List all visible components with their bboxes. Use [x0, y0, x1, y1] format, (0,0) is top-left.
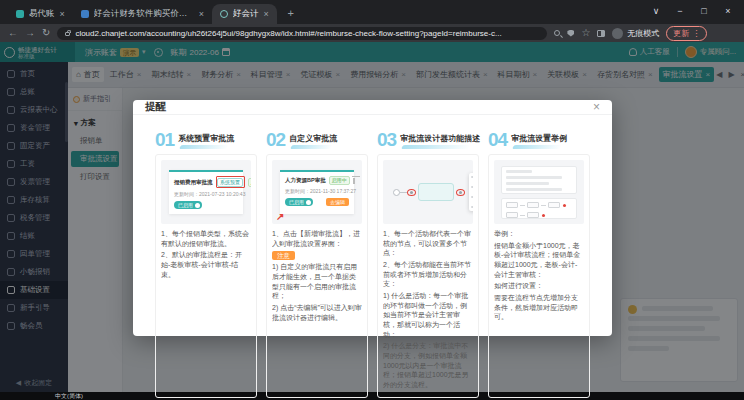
- incognito-label: 无痕模式: [627, 28, 659, 39]
- step-number: 01: [155, 130, 174, 149]
- update-label: 更新: [673, 28, 689, 39]
- modal-step-3: 03 审批流设计器功能描述: [377, 125, 479, 398]
- address-bar: ← → ↻ cloud2.chanjet.com/accounting/uh26…: [0, 24, 744, 42]
- browser-tab-label: 易代账: [29, 8, 55, 20]
- step-number: 04: [488, 130, 507, 149]
- minimize-icon[interactable]: −: [668, 6, 692, 16]
- step-card: 1、每一个活动都代表一个审核的节点，可以设置多个节点： 2、每个活动都能在当前环…: [377, 154, 479, 398]
- enable-toggle: 已启用: [174, 201, 202, 209]
- flow-start-node: [393, 189, 400, 196]
- url-field[interactable]: cloud2.chanjet.com/accounting/uh26t264j5…: [57, 27, 547, 40]
- updated-time: 更新时间：2021-07-23 10:20:43: [174, 191, 238, 197]
- modal-body: 01 系统预置审批流 报销费用审批流 系统预置 启用中 更新时间：2021-07…: [133, 115, 612, 400]
- step-title: 系统预置审批流: [178, 134, 234, 143]
- step-title: 自定义审批流: [289, 134, 337, 143]
- browser-tab-label: 好会计: [233, 8, 259, 20]
- underline-swoosh: [401, 145, 471, 149]
- tab-close-icon[interactable]: ×: [264, 9, 269, 19]
- step-title: 审批流设置举例: [511, 134, 567, 143]
- incognito-badge[interactable]: 无痕模式: [612, 28, 659, 39]
- window-controls: ∨ − □ ×: [644, 0, 740, 22]
- updated-time: 更新时间：2021-11-30 17:37:27: [285, 188, 349, 194]
- preset-badge: 系统预置: [217, 178, 243, 187]
- back-icon[interactable]: ←: [8, 28, 18, 38]
- red-circle-annotation: [407, 189, 416, 196]
- browser-update-button[interactable]: 更新 ⋮: [666, 26, 707, 41]
- edit-button: 去编辑: [326, 198, 349, 206]
- step2-screenshot: 人力资源BP审批 启用中 更新时间：2021-11-30 17:37:27 已启…: [272, 160, 362, 224]
- step-number: 02: [266, 130, 285, 149]
- zoom-icon[interactable]: [554, 30, 560, 36]
- step4-screenshot: [494, 160, 584, 224]
- modal-step-4: 04 审批流设置举例: [488, 125, 590, 398]
- reminder-modal: 提醒 × 01 系统预置审批流 报销费用审批流 系统预置 启用中: [133, 100, 612, 336]
- step-description: 1、每一个活动都代表一个审核的节点，可以设置多个节点： 2、每个活动都能在当前环…: [383, 229, 473, 392]
- step-description: 举例： 报销单金额小于1000元，老板-会计审核流程；报销单金额超过1000元，…: [494, 229, 584, 392]
- tab-close-icon[interactable]: ×: [199, 9, 204, 19]
- shield-icon[interactable]: [567, 30, 574, 37]
- underline-swoosh: [179, 145, 228, 149]
- note-badge: 注意: [272, 251, 295, 260]
- red-arrow-annotation: ↗: [276, 211, 284, 222]
- step-card: 举例： 报销单金额小于1000元，老板-会计审核流程；报销单金额超过1000元，…: [488, 154, 590, 398]
- status-badge: 启用中: [329, 176, 350, 185]
- mini-flow-panel: [501, 198, 577, 219]
- modal-close-icon[interactable]: ×: [593, 101, 600, 113]
- step3-screenshot: [383, 160, 473, 224]
- modal-title: 提醒: [145, 100, 166, 114]
- reload-icon[interactable]: ↻: [42, 28, 50, 38]
- status-badge: 启用中: [248, 178, 252, 187]
- favicon-haokuaiji: [220, 10, 228, 18]
- browser-tab-2[interactable]: 好会计财务软件购买价格及... ×: [73, 4, 212, 24]
- screen: 易代账 × 好会计财务软件购买价格及... × 好会计 × + ∨ − □ × …: [0, 0, 744, 400]
- more-menu-icon[interactable]: ⋮: [692, 29, 700, 38]
- red-circle-annotation: [456, 189, 465, 196]
- side-panel-icon[interactable]: [597, 30, 605, 37]
- trash-icon: [353, 178, 355, 184]
- step-description: 1、点击【新增审批流】，进入到审批流设置界面： 注意 1) 自定义的审批流只有启…: [272, 229, 362, 392]
- window-menu-icon[interactable]: ∨: [644, 6, 668, 16]
- close-icon[interactable]: ×: [716, 6, 740, 16]
- modal-header: 提醒 ×: [133, 100, 612, 115]
- browser-tab-strip: 易代账 × 好会计财务软件购买价格及... × 好会计 × + ∨ − □ ×: [0, 0, 744, 24]
- url-text: cloud2.chanjet.com/accounting/uh26t264j5…: [75, 29, 501, 38]
- tab-close-icon[interactable]: ×: [60, 9, 65, 19]
- step-title: 审批流设计器功能描述: [400, 134, 480, 143]
- favicon-yidaizhang: [16, 10, 24, 18]
- step-card: 人力资源BP审批 启用中 更新时间：2021-11-30 17:37:27 已启…: [266, 154, 368, 398]
- ime-language-label: 中文(简体): [55, 392, 83, 400]
- flow-activity-node: [418, 183, 454, 201]
- browser-tab-3-active[interactable]: 好会计 ×: [212, 4, 277, 24]
- enable-toggle: 已启用: [285, 198, 313, 206]
- step-number: 03: [377, 130, 396, 149]
- mini-settings-panel: [501, 166, 577, 194]
- forward-icon[interactable]: →: [25, 28, 35, 38]
- step1-screenshot: 报销费用审批流 系统预置 启用中 更新时间：2021-07-23 10:20:4…: [161, 160, 251, 224]
- bookmark-star-icon[interactable]: ☆: [581, 28, 590, 38]
- restore-icon[interactable]: □: [692, 6, 716, 16]
- step-description: 1、每个报销单类型，系统会有默认的报销审批流。 2、默认的审批流程是：开始-老板…: [161, 229, 251, 392]
- profile-avatar-icon: [612, 28, 623, 39]
- node-context-menu: [469, 173, 473, 211]
- new-tab-button[interactable]: +: [283, 6, 299, 22]
- underline-swoosh: [290, 145, 333, 149]
- modal-step-2: 02 自定义审批流 人力资源BP审批 启用中 更新时间：2021-11-30 1…: [266, 125, 368, 398]
- lock-icon: [65, 32, 70, 36]
- underline-swoosh: [512, 145, 561, 149]
- red-dot-annotation: [542, 214, 545, 217]
- step-card: 报销费用审批流 系统预置 启用中 更新时间：2021-07-23 10:20:4…: [155, 154, 257, 398]
- red-highlight-box: 系统预置: [216, 176, 245, 188]
- red-dot-annotation: [563, 204, 566, 207]
- favicon-haokuaiji-buy: [81, 10, 89, 18]
- browser-tab-1[interactable]: 易代账 ×: [8, 4, 73, 24]
- browser-tab-label: 好会计财务软件购买价格及...: [94, 8, 194, 20]
- flow-connector: [400, 192, 407, 193]
- modal-step-1: 01 系统预置审批流 报销费用审批流 系统预置 启用中 更新时间：2021-07…: [155, 125, 257, 398]
